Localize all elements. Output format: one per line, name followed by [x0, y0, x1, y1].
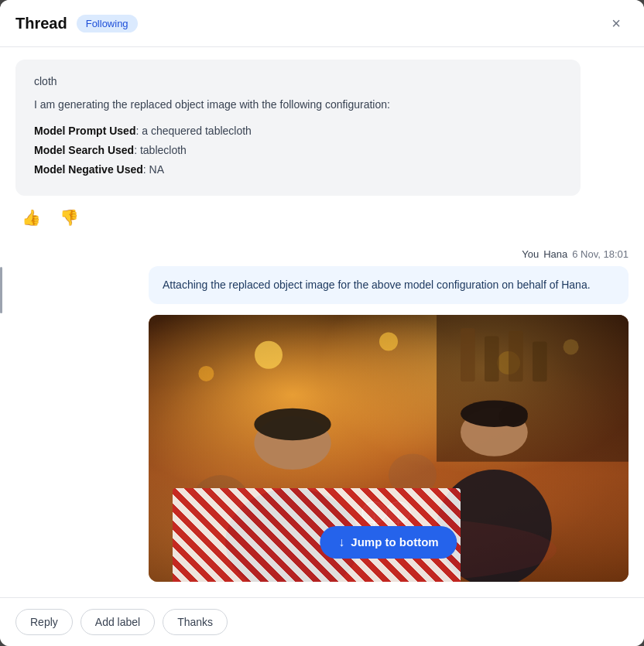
svg-point-16 — [499, 405, 528, 427]
close-button[interactable]: × — [604, 11, 629, 36]
jump-to-bottom-button[interactable]: ↓ Jump to bottom — [320, 526, 457, 559]
down-arrow-icon: ↓ — [338, 535, 344, 549]
svg-rect-7 — [485, 336, 499, 381]
following-badge: Following — [77, 15, 138, 32]
user-meta: You Hana 6 Nov, 18:01 — [15, 248, 629, 260]
svg-point-1 — [379, 332, 398, 350]
reaction-row: 👍 👎 — [15, 205, 629, 230]
message-timestamp: 6 Nov, 18:01 — [572, 248, 629, 260]
thumbs-up-button[interactable]: 👍 — [19, 205, 44, 230]
svg-point-12 — [254, 408, 331, 439]
thanks-button[interactable]: Thanks — [163, 609, 228, 635]
sender-name: Hana — [543, 248, 567, 260]
model-prompt-value: : a chequered tablecloth — [135, 125, 251, 137]
restaurant-image: ↓ Jump to bottom — [149, 315, 629, 582]
thread-modal: Thread Following × cloth I am generating… — [0, 0, 644, 646]
reply-button[interactable]: Reply — [15, 609, 73, 635]
svg-point-0 — [255, 340, 283, 368]
model-negative-line: Model Negative Used: NA — [34, 160, 562, 179]
user-message-section: You Hana 6 Nov, 18:01 Attaching the repl… — [15, 248, 629, 582]
modal-header: Thread Following × — [0, 0, 644, 47]
model-search-label: Model Search Used — [34, 144, 134, 156]
svg-rect-9 — [533, 341, 547, 381]
ai-partial-text: cloth — [34, 75, 562, 87]
model-negative-value: : NA — [143, 163, 164, 176]
model-negative-label: Model Negative Used — [34, 163, 143, 176]
svg-point-4 — [198, 365, 214, 381]
model-prompt-line: Model Prompt Used: a chequered tableclot… — [34, 121, 562, 141]
scroll-indicator — [0, 267, 2, 313]
model-search-value: : tablecloth — [134, 144, 187, 156]
user-message-bubble: Attaching the replaced object image for … — [149, 266, 629, 304]
add-label-button[interactable]: Add label — [80, 609, 155, 635]
thread-content: cloth I am generating the replaced objec… — [0, 47, 644, 597]
jump-button-label: Jump to bottom — [351, 535, 438, 549]
sender-you: You — [522, 248, 539, 260]
thumbs-down-button[interactable]: 👎 — [57, 205, 82, 230]
model-prompt-label: Model Prompt Used — [34, 125, 135, 137]
model-search-line: Model Search Used: tablecloth — [34, 141, 562, 160]
bottom-action-bar: Reply Add label Thanks — [0, 597, 644, 646]
ai-config-intro: I am generating the replaced object imag… — [34, 98, 562, 111]
svg-rect-8 — [509, 330, 523, 381]
modal-title: Thread — [15, 15, 67, 32]
svg-rect-6 — [461, 328, 475, 381]
ai-config-details: Model Prompt Used: a chequered tableclot… — [34, 121, 562, 180]
ai-message-bubble: cloth I am generating the replaced objec… — [15, 60, 581, 196]
